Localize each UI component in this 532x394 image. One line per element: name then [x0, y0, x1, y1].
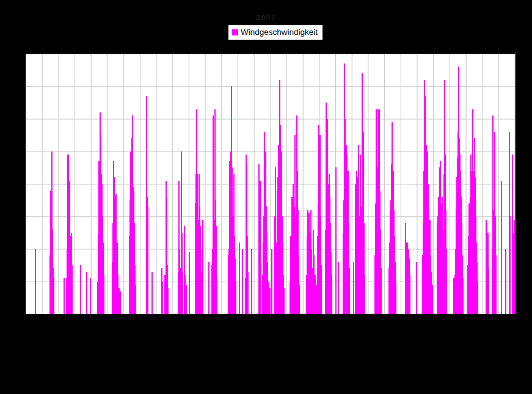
bar	[147, 206, 148, 314]
bar	[86, 272, 87, 314]
bar	[260, 262, 261, 314]
bar	[242, 249, 243, 315]
bar	[349, 268, 350, 314]
bar	[338, 262, 339, 314]
legend-label: Windgeschwindigkeit	[241, 28, 318, 37]
bar	[71, 265, 73, 314]
bar	[353, 262, 354, 314]
bar	[90, 278, 91, 314]
bar	[120, 291, 121, 314]
bar	[247, 272, 249, 314]
bar	[509, 216, 511, 314]
bar	[501, 181, 502, 314]
bar	[409, 275, 410, 314]
bar	[477, 282, 478, 314]
bar	[514, 233, 516, 314]
bar	[495, 255, 497, 314]
bar	[299, 285, 300, 314]
bar	[208, 262, 210, 314]
bar	[64, 278, 65, 314]
bar	[462, 278, 464, 314]
bar	[35, 249, 36, 315]
bar	[135, 285, 136, 314]
bar	[416, 262, 417, 314]
bar	[182, 272, 183, 314]
bar	[239, 243, 240, 314]
bar	[162, 282, 163, 314]
bar	[335, 167, 337, 314]
bar	[186, 285, 187, 314]
bar	[269, 288, 271, 314]
bars-container	[26, 54, 515, 314]
legend: Windgeschwindigkeit	[228, 25, 322, 40]
bar	[202, 220, 203, 314]
bar	[53, 278, 54, 314]
bar	[446, 249, 447, 315]
bar	[488, 268, 489, 314]
bar	[505, 249, 506, 315]
bar	[216, 278, 217, 314]
legend-color-swatch	[232, 29, 238, 35]
plot-area	[26, 52, 516, 315]
bar	[395, 282, 396, 314]
bar	[271, 249, 272, 315]
bar	[80, 265, 81, 314]
bar	[167, 288, 169, 314]
bar	[189, 252, 190, 314]
bar	[235, 282, 236, 314]
bar	[364, 275, 365, 314]
bar	[151, 272, 153, 314]
chart-title: 2007	[0, 13, 532, 22]
bar	[331, 275, 332, 314]
bar	[251, 249, 252, 315]
bar	[432, 285, 433, 314]
bar	[381, 268, 382, 314]
bar	[103, 275, 104, 314]
bar	[321, 265, 322, 314]
page-root: { "colors": { "page_background": "#00000…	[0, 0, 532, 394]
bar	[283, 288, 285, 314]
